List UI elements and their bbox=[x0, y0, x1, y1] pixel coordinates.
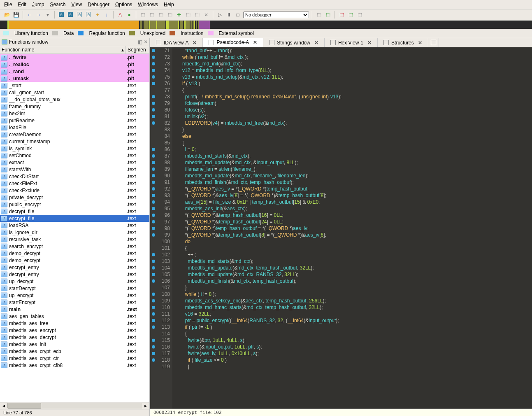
function-row[interactable]: demo_encrypt.text bbox=[0, 257, 149, 264]
gutter-line[interactable]: 76 bbox=[150, 80, 170, 87]
gutter-line[interactable]: 116 bbox=[150, 344, 170, 350]
gutter-line[interactable]: 115 bbox=[150, 337, 170, 344]
gutter-line[interactable]: 113 bbox=[150, 324, 170, 330]
gutter-line[interactable]: 73 bbox=[150, 60, 170, 67]
gutter-line[interactable]: 95 bbox=[150, 205, 170, 212]
breakpoint-icon[interactable] bbox=[152, 312, 155, 316]
code-line[interactable]: mbedtls_md_update(&md_ctx, filename_, fi… bbox=[174, 172, 532, 179]
breakpoint-icon[interactable] bbox=[152, 266, 155, 270]
functions-header[interactable]: Function name ▴ Segmen bbox=[0, 46, 149, 54]
code-line[interactable]: v16 = 32LL; bbox=[174, 311, 532, 317]
menu-file[interactable]: File bbox=[4, 2, 12, 7]
code-line[interactable]: } bbox=[174, 284, 532, 291]
function-row[interactable]: search_encrypt.text bbox=[0, 243, 149, 250]
code-line[interactable]: mbedtls_md_update(&md_ctx, &input_output… bbox=[174, 159, 532, 166]
code-line[interactable]: { bbox=[174, 330, 532, 337]
function-row[interactable]: __do_global_dtors_aux.text bbox=[0, 96, 149, 103]
function-row[interactable]: ._rand.plt bbox=[0, 68, 149, 75]
function-row[interactable]: checkExclude.text bbox=[0, 187, 149, 194]
gutter-line[interactable]: 85 bbox=[150, 139, 170, 146]
menu-search[interactable]: Search bbox=[50, 2, 65, 7]
breakpoint-icon[interactable] bbox=[152, 75, 155, 79]
menu-help[interactable]: Help bbox=[164, 2, 174, 7]
gutter-line[interactable]: 87 bbox=[150, 153, 170, 159]
tab-close-icon[interactable]: ✕ bbox=[367, 40, 372, 46]
code-line[interactable]: fwrite(&ptr, 1uLL, 4uLL, s); bbox=[174, 337, 532, 344]
tab-strings-window[interactable]: Strings window✕ bbox=[263, 38, 325, 47]
gutter-line[interactable]: 111 bbox=[150, 311, 170, 317]
breakpoint-icon[interactable] bbox=[152, 56, 155, 59]
gutter-line[interactable]: 93 bbox=[150, 192, 170, 199]
debugger-select[interactable]: No debugger bbox=[243, 12, 309, 18]
code-line[interactable]: mbedtls_md_finish(&md_ctx, temp_hash_out… bbox=[174, 278, 532, 284]
breakpoint-icon[interactable] bbox=[152, 167, 155, 171]
breakpoint-icon[interactable] bbox=[152, 325, 155, 329]
scroll-right-icon[interactable]: ▸ bbox=[142, 402, 149, 409]
function-row[interactable]: loadFile.text bbox=[0, 124, 149, 131]
function-row[interactable]: createDaemon.text bbox=[0, 131, 149, 138]
gutter-line[interactable]: 99 bbox=[150, 232, 170, 238]
function-row[interactable]: checkFileExt.text bbox=[0, 180, 149, 187]
code-line[interactable]: aes_iv[15] = file_size & 0x1F | temp_has… bbox=[174, 199, 532, 205]
breakpoint-icon[interactable] bbox=[152, 339, 155, 342]
menu-view[interactable]: View bbox=[71, 2, 82, 7]
gutter-line[interactable]: 71 bbox=[150, 47, 170, 54]
gutter-line[interactable]: 104 bbox=[150, 265, 170, 271]
code-line[interactable]: *(_QWORD *)&temp_hash_outbuf[8] = *(_QWO… bbox=[174, 232, 532, 238]
breakpoint-icon[interactable] bbox=[152, 214, 155, 217]
code-line[interactable]: LODWORD(v4) = mbedtls_md_free(&md_ctx); bbox=[174, 120, 532, 126]
breakpoint-icon[interactable] bbox=[152, 319, 155, 322]
function-row[interactable]: up_decrypt.text bbox=[0, 278, 149, 285]
code-line[interactable]: while ( rand_buf != &md_ctx ); bbox=[174, 54, 532, 60]
tool-icon[interactable]: ⬚ bbox=[324, 11, 332, 19]
code-line[interactable]: if ( file_size <= 0 ) bbox=[174, 357, 532, 363]
code-line[interactable]: fwrite(&input_output, 1uLL, ptr, s); bbox=[174, 344, 532, 350]
code-line[interactable]: while ( i != 8 ); bbox=[174, 291, 532, 297]
gutter-line[interactable]: 81 bbox=[150, 113, 170, 120]
gutter-line[interactable]: 102 bbox=[150, 251, 170, 258]
menu-debugger[interactable]: Debugger bbox=[88, 2, 109, 7]
function-row[interactable]: recursive_task.text bbox=[0, 236, 149, 243]
breakpoint-icon[interactable] bbox=[152, 358, 155, 362]
code-line[interactable]: *(_QWORD *)temp_hash_outbuf = *(_QWORD *… bbox=[174, 225, 532, 232]
function-row[interactable]: mbedtls_aes_crypt_cfb8.text bbox=[0, 362, 149, 369]
code-line[interactable]: { bbox=[174, 87, 532, 93]
code-line[interactable]: fwrite(aes_iv, 1uLL, 0x10uLL, s); bbox=[174, 350, 532, 357]
play-icon[interactable]: ▷ bbox=[216, 11, 223, 19]
gutter-line[interactable]: 88 bbox=[150, 159, 170, 166]
tool-icon[interactable]: ⬚ bbox=[166, 11, 174, 19]
tool-icon[interactable]: ⬚ bbox=[157, 11, 165, 19]
code-line[interactable]: ++i; bbox=[174, 251, 532, 258]
back-icon[interactable]: ← bbox=[26, 11, 33, 19]
menu-edit[interactable]: Edit bbox=[18, 2, 26, 7]
code-line[interactable]: *(_QWORD *)aes_iv = *(_QWORD *)temp_hash… bbox=[174, 186, 532, 192]
function-row[interactable]: main.text bbox=[0, 306, 149, 313]
tab-close-icon[interactable]: ✕ bbox=[314, 40, 318, 46]
close-icon[interactable]: ✕ bbox=[202, 11, 210, 19]
tab-hex-view-1[interactable]: Hex View-1✕ bbox=[325, 38, 378, 47]
function-row[interactable]: up_encrypt.text bbox=[0, 292, 149, 299]
breakpoint-icon[interactable] bbox=[152, 279, 155, 283]
code-line[interactable]: filename_len = strlen(filename_); bbox=[174, 166, 532, 172]
tab-close-icon[interactable]: ✕ bbox=[193, 40, 197, 46]
tool-icon[interactable]: 🅰 bbox=[58, 11, 65, 19]
breakpoint-icon[interactable] bbox=[152, 115, 155, 118]
function-row[interactable]: extract.text bbox=[0, 159, 149, 166]
tool-icon[interactable]: 🄰 bbox=[85, 11, 92, 19]
breakpoint-icon[interactable] bbox=[152, 154, 155, 158]
gutter-line[interactable]: 101 bbox=[150, 245, 170, 251]
tool-icon[interactable]: ⬚ bbox=[356, 11, 363, 19]
function-row[interactable]: is_ignore_dir.text bbox=[0, 229, 149, 236]
tab-close-icon[interactable]: ✕ bbox=[418, 40, 422, 46]
function-row[interactable]: startsWith.text bbox=[0, 166, 149, 173]
pseudocode-view[interactable]: 7172737475767778798081828384858687888990… bbox=[150, 47, 532, 409]
function-row[interactable]: _start.text bbox=[0, 82, 149, 89]
gutter-line[interactable]: 112 bbox=[150, 317, 170, 324]
tab-pseudocode-a[interactable]: Pseudocode-A✕ bbox=[203, 38, 263, 47]
tab-ida-view-a[interactable]: IDA View-A✕ bbox=[150, 38, 203, 47]
star-icon[interactable]: ✦ bbox=[94, 11, 101, 19]
gutter-line[interactable]: 96 bbox=[150, 212, 170, 218]
gutter-line[interactable]: 98 bbox=[150, 225, 170, 232]
menu-jump[interactable]: Jump bbox=[32, 2, 44, 7]
breakpoint-icon[interactable] bbox=[152, 49, 155, 52]
